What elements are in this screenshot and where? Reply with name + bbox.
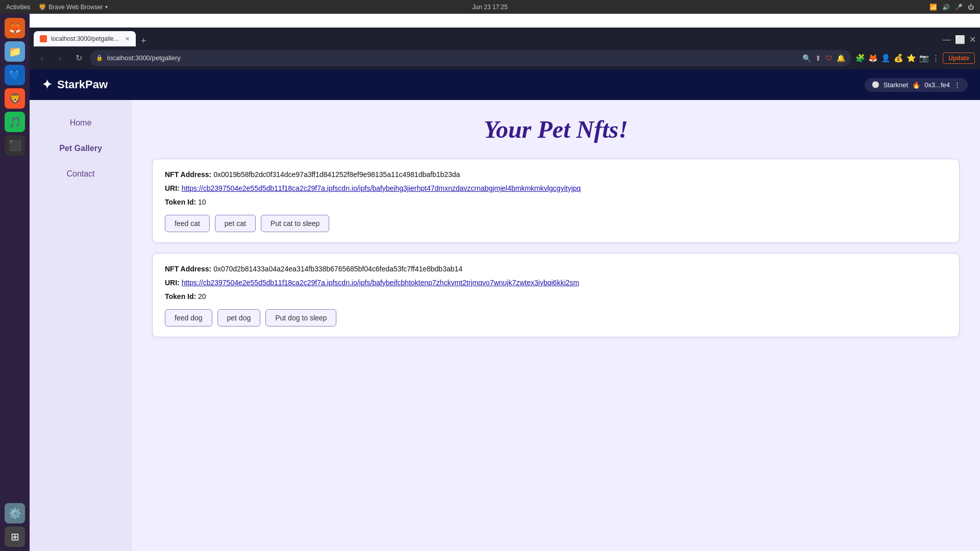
reload-btn[interactable]: ↻: [71, 51, 86, 65]
nft-uri-field: URI: https://cb2397504e2e55d5db11f18ca2c…: [165, 183, 947, 194]
share-icon: ⬆: [815, 54, 821, 62]
taskbar-brave-icon[interactable]: 🦁: [5, 88, 25, 109]
activities-label[interactable]: Activities: [6, 4, 30, 11]
feed-cat-btn[interactable]: feed cat: [165, 215, 210, 232]
nft-container: NFT Address: 0x0019b58fb2dc0f314dce97a3f…: [152, 159, 960, 337]
datetime-label: Jun 23 17:25: [472, 4, 507, 11]
sidebar-item-petgallery[interactable]: Pet Gallery: [30, 136, 132, 161]
tab-title: localhost:3000/petgalle...: [51, 35, 119, 42]
app-name: StarkPaw: [57, 78, 108, 91]
nft-uri-link[interactable]: https://cb2397504e2e55d5db11f18ca2c29f7a…: [182, 184, 581, 192]
taskbar-spotify-icon[interactable]: 🎵: [5, 112, 25, 132]
close-btn[interactable]: ✕: [969, 35, 976, 44]
browser-tab[interactable]: localhost:3000/petgalle... ✕: [34, 31, 136, 46]
browser-name-label[interactable]: Brave Web Browser: [48, 4, 103, 11]
screenshot-icon[interactable]: 📷: [919, 54, 929, 63]
nft-token-field: Token Id: 10: [165, 197, 947, 208]
wifi-icon: 📶: [929, 4, 937, 11]
tab-favicon: [40, 35, 47, 42]
sidebar-nav: Home Pet Gallery Contact: [30, 100, 132, 551]
page-title: Your Pet Nfts!: [152, 115, 960, 143]
nft-card-2: NFT Address: 0x070d2b81433a04a24ea314fb3…: [152, 253, 960, 337]
page-content: Your Pet Nfts! NFT Address: 0x0019b58fb2…: [132, 100, 980, 551]
nft-buttons: feed dogpet dogPut dog to sleep: [165, 309, 947, 327]
wallet-info[interactable]: ⚪ Starknet 🔥 0x3...fe4 ⋮: [865, 78, 968, 92]
taskbar-apps-icon[interactable]: ⊞: [5, 527, 25, 547]
update-button[interactable]: Update: [943, 53, 975, 64]
wallet-ext-icon[interactable]: 💰: [894, 54, 903, 63]
app-header: ✦ StarkPaw ⚪ Starknet 🔥 0x3...fe4 ⋮: [30, 69, 980, 100]
nft-address-field: NFT Address: 0x070d2b81433a04a24ea314fb3…: [165, 264, 947, 274]
search-icon: 🔍: [802, 54, 811, 62]
page-area: ✦ StarkPaw ⚪ Starknet 🔥 0x3...fe4 ⋮: [30, 69, 980, 551]
sidebar-item-home[interactable]: Home: [30, 110, 132, 136]
nft-buttons: feed catpet catPut cat to sleep: [165, 215, 947, 232]
nft-card-1: NFT Address: 0x0019b58fb2dc0f314dce97a3f…: [152, 159, 960, 243]
nav-bar: ‹ › ↻ 🔒 localhost:3000/petgallery 🔍 ⬆ 🛡 …: [30, 46, 980, 69]
mic-icon: 🎤: [955, 4, 963, 11]
volume-icon: 🔊: [942, 4, 950, 11]
chevron-down-icon: ▾: [105, 4, 108, 10]
user-icon[interactable]: 👤: [881, 54, 891, 63]
bookmark-icon[interactable]: ⭐: [906, 54, 916, 63]
nft-address-field: NFT Address: 0x0019b58fb2dc0f314dce97a3f…: [165, 169, 947, 180]
sidebar-item-contact[interactable]: Contact: [30, 161, 132, 187]
app-logo: ✦ StarkPaw: [42, 78, 108, 92]
back-btn[interactable]: ‹: [35, 51, 49, 65]
wallet-network: Starknet: [884, 81, 908, 89]
put-dog-to-sleep-btn[interactable]: Put dog to sleep: [265, 309, 336, 327]
tab-close-btn[interactable]: ✕: [125, 36, 130, 42]
more-icon[interactable]: ⋮: [932, 54, 940, 63]
power-icon: ⏻: [968, 4, 974, 11]
address-bar[interactable]: 🔒 localhost:3000/petgallery 🔍 ⬆ 🛡 🔔: [90, 50, 851, 66]
brave-rewards-icon: 🔔: [837, 54, 845, 62]
minimize-btn[interactable]: —: [943, 35, 951, 44]
taskbar-terminal-icon[interactable]: ⬛: [5, 135, 25, 156]
logo-star-icon: ✦: [42, 78, 52, 92]
taskbar: 🦊 📁 💙 🦁 🎵 ⬛ ⚙️ ⊞: [0, 14, 30, 551]
maximize-btn[interactable]: ⬜: [955, 35, 965, 44]
address-text[interactable]: localhost:3000/petgallery: [107, 54, 798, 62]
extensions-icon[interactable]: 🧩: [855, 54, 865, 63]
pet-dog-btn[interactable]: pet dog: [217, 309, 261, 327]
lock-icon: 🔒: [96, 55, 103, 61]
wallet-menu-icon[interactable]: ⋮: [954, 81, 961, 89]
pet-cat-btn[interactable]: pet cat: [215, 215, 256, 232]
taskbar-settings-icon[interactable]: ⚙️: [5, 503, 25, 523]
put-cat-to-sleep-btn[interactable]: Put cat to sleep: [261, 215, 330, 232]
starknet-icon: ⚪: [872, 81, 879, 88]
nft-uri-field: URI: https://cb2397504e2e55d5db11f18ca2c…: [165, 278, 947, 288]
nft-uri-link[interactable]: https://cb2397504e2e55d5db11f18ca2c29f7a…: [182, 279, 579, 287]
metamask-icon[interactable]: 🦊: [868, 54, 878, 63]
brave-shield-icon: 🛡: [825, 54, 832, 62]
taskbar-firefox-icon[interactable]: 🦊: [5, 18, 25, 38]
nav-actions: 🧩 🦊 👤 💰 ⭐ 📷 ⋮ Update: [855, 53, 975, 64]
feed-dog-btn[interactable]: feed dog: [165, 309, 212, 327]
wallet-address: 0x3...fe4: [924, 81, 950, 89]
flame-icon: 🔥: [912, 81, 920, 89]
new-tab-btn[interactable]: +: [138, 36, 150, 46]
taskbar-files-icon[interactable]: 📁: [5, 41, 25, 62]
nft-token-field: Token Id: 20: [165, 291, 947, 302]
os-bar: Activities 🦁 Brave Web Browser ▾ Jun 23 …: [0, 0, 980, 14]
forward-btn[interactable]: ›: [53, 51, 67, 65]
taskbar-vscode-icon[interactable]: 💙: [5, 65, 25, 85]
brave-icon: 🦁: [38, 3, 46, 11]
tab-bar: localhost:3000/petgalle... ✕ + — ⬜ ✕: [30, 28, 980, 46]
